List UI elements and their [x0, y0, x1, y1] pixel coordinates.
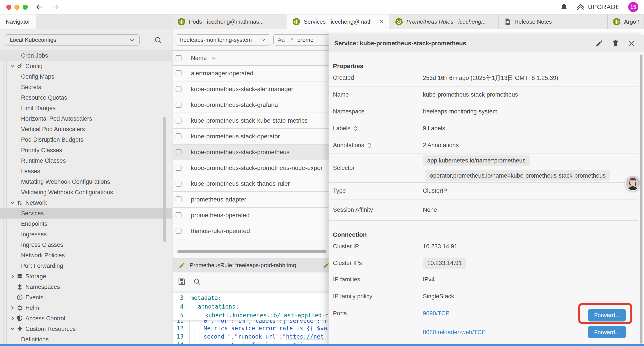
edit-pencil-icon[interactable] — [595, 39, 603, 47]
resource-search-input[interactable]: Aa .* prome — [273, 34, 328, 45]
row-checkbox[interactable] — [176, 196, 182, 202]
table-row[interactable]: kube-prometheus-stack-operator — [173, 129, 328, 145]
save-icon[interactable] — [177, 277, 186, 287]
editor-search-icon[interactable] — [192, 277, 202, 287]
detail-scrollbar[interactable] — [640, 54, 642, 344]
sidebar-item-horizontal-pod-autoscalers[interactable]: Horizontal Pod Autoscalers — [0, 113, 172, 124]
sidebar-scrollbar[interactable] — [163, 117, 166, 242]
row-checkbox[interactable] — [176, 133, 182, 139]
bell-icon[interactable] — [560, 3, 568, 11]
forward-arrow-icon[interactable] — [51, 3, 60, 11]
sidebar-search-icon[interactable] — [154, 35, 163, 45]
sidebar-item-limit-ranges[interactable]: Limit Ranges — [0, 103, 172, 113]
horizontal-scrollbar[interactable] — [177, 250, 326, 253]
row-checkbox[interactable] — [176, 118, 182, 123]
table-row[interactable]: prometheus-adapter — [173, 192, 328, 208]
chevron-right-icon[interactable] — [10, 305, 15, 311]
select-all-checkbox[interactable] — [176, 55, 182, 61]
sidebar-item-resource-quotas[interactable]: Resource Quotas — [0, 92, 172, 103]
sidebar-item-storage[interactable]: Storage — [0, 271, 172, 282]
chevron-down-icon[interactable] — [10, 200, 15, 206]
row-checkbox[interactable] — [176, 181, 182, 187]
table-row[interactable]: kube-prometheus-stack-grafana — [173, 97, 328, 113]
sidebar-item-pod-disruption-budgets[interactable]: Pod Disruption Budgets — [0, 134, 172, 145]
port-link[interactable]: 8080:reloader-web/TCP — [423, 329, 486, 336]
row-checkbox[interactable] — [176, 102, 182, 108]
sidebar-item-runtime-classes[interactable]: Runtime Classes — [0, 155, 172, 166]
sidebar-item-helm[interactable]: Helm — [0, 303, 172, 313]
sidebar-item-access-control[interactable]: Access Control — [0, 313, 172, 324]
notification-badge[interactable]: 15 — [628, 2, 638, 12]
editor-tab-partial[interactable] — [320, 258, 328, 272]
row-checkbox[interactable] — [176, 165, 182, 171]
table-row[interactable]: kube-prometheus-stack-prometheus — [173, 145, 328, 160]
window-close-button[interactable] — [6, 4, 12, 10]
regex-toggle[interactable]: .* — [289, 36, 293, 43]
upgrade-button[interactable]: UPGRADE — [576, 3, 620, 11]
column-header-name[interactable]: Name — [191, 55, 207, 61]
chevron-right-icon[interactable] — [10, 274, 15, 279]
sidebar-item-ingress-classes[interactable]: Ingress Classes — [0, 240, 172, 250]
table-row[interactable]: alertmanager-operated — [173, 66, 328, 81]
close-icon[interactable] — [378, 19, 385, 25]
yaml-editor[interactable]: 3metadata:4annotations:5kubectl.kubernet… — [173, 291, 328, 346]
tab-argo-se[interactable]: Argo Se — [608, 14, 644, 29]
tab-navigator[interactable]: Navigator — [0, 14, 36, 29]
sidebar-item-priority-classes[interactable]: Priority Classes — [0, 145, 172, 155]
namespace-selector[interactable]: freeleaps-monitoring-system — [176, 34, 270, 45]
table-row[interactable]: thanos-ruler-operated — [173, 223, 328, 239]
table-row[interactable]: kube-prometheus-stack-prometheus-node-ex… — [173, 160, 328, 176]
tab-services-icecheng-math[interactable]: Services - icecheng@math... — [287, 14, 390, 29]
namespace-link[interactable]: freeleaps-monitoring-system — [423, 108, 498, 115]
chevron-updown-icon[interactable] — [353, 125, 358, 132]
sidebar-item-mutating-webhook-configurations[interactable]: Mutating Webhook Configurations — [0, 177, 172, 187]
sidebar-item-services[interactable]: Services — [0, 208, 172, 219]
forward-button[interactable]: Forward... — [588, 309, 626, 322]
table-row[interactable]: prometheus-operated — [173, 208, 328, 223]
sort-asc-icon[interactable] — [212, 56, 216, 61]
table-row[interactable]: kube-prometheus-stack-alertmanager — [173, 81, 328, 97]
table-row[interactable]: kube-prometheus-stack-kube-state-metrics — [173, 113, 328, 129]
assistant-avatar[interactable] — [625, 175, 641, 191]
chevron-right-icon[interactable] — [10, 316, 15, 321]
sidebar-item-validating-webhook-configurations[interactable]: Validating Webhook Configurations — [0, 187, 172, 198]
tab-release-notes[interactable]: Release Notes — [499, 14, 608, 29]
chevron-updown-icon[interactable] — [367, 142, 371, 149]
close-icon[interactable] — [628, 40, 635, 47]
row-checkbox[interactable] — [176, 70, 182, 76]
table-row[interactable]: kube-prometheus-stack-thanos-ruler — [173, 176, 328, 192]
match-case-toggle[interactable]: Aa — [278, 36, 285, 43]
sidebar-item-config-maps[interactable]: Config Maps — [0, 71, 172, 82]
sidebar-item-endpoints[interactable]: Endpoints — [0, 219, 172, 229]
code-link[interactable]: https://net — [286, 333, 324, 340]
sidebar-item-events[interactable]: Events — [0, 292, 172, 303]
row-checkbox[interactable] — [176, 86, 182, 92]
sidebar-item-ingresses[interactable]: Ingresses — [0, 229, 172, 240]
kubeconfig-selector[interactable]: Local Kubeconfigs — [5, 34, 140, 45]
tab-pods-icecheng-mathmas[interactable]: Pods - icecheng@mathmas... — [172, 14, 287, 29]
row-checkbox[interactable] — [176, 149, 182, 155]
sidebar-item-network[interactable]: Network — [0, 198, 172, 208]
sidebar-item-custom-resources[interactable]: Custom Resources — [0, 324, 172, 334]
sidebar-item-cron-jobs[interactable]: Cron Jobs — [0, 50, 172, 61]
tab-prometheus-rules-icecheng[interactable]: Prometheus Rules - icecheng... — [390, 14, 499, 29]
sidebar-item-leases[interactable]: Leases — [0, 166, 172, 177]
window-zoom-button[interactable] — [23, 4, 28, 10]
sidebar-item-secrets[interactable]: Secrets — [0, 82, 172, 92]
sidebar-item-definitions[interactable]: Definitions — [0, 334, 172, 345]
chevron-down-icon[interactable] — [10, 63, 15, 69]
row-checkbox[interactable] — [176, 228, 182, 234]
forward-button[interactable]: Forward... — [588, 326, 626, 338]
sidebar-item-config[interactable]: Config — [0, 61, 172, 71]
back-arrow-icon[interactable] — [35, 3, 44, 11]
trash-icon[interactable] — [612, 39, 620, 47]
sidebar-item-vertical-pod-autoscalers[interactable]: Vertical Pod Autoscalers — [0, 124, 172, 134]
chevron-down-icon[interactable] — [10, 326, 15, 332]
window-minimize-button[interactable] — [14, 4, 20, 10]
port-link[interactable]: 9090/TCP — [423, 310, 450, 317]
sidebar-item-port-forwarding[interactable]: Port Forwarding — [0, 261, 172, 271]
sidebar-item-network-policies[interactable]: Network Policies — [0, 250, 172, 261]
editor-tab[interactable]: PrometheusRule: freeleaps-prod-rabbitmq — [173, 258, 319, 272]
row-checkbox[interactable] — [176, 212, 182, 218]
sidebar-item-namespaces[interactable]: Namespaces — [0, 282, 172, 292]
